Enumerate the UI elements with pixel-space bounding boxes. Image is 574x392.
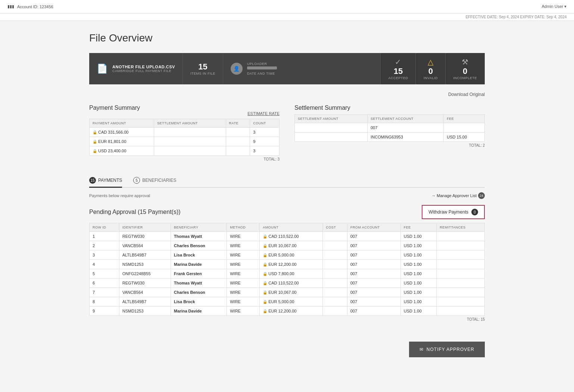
invalid-section: △ 0 INVALID [416,53,446,84]
ps-rate [226,146,250,156]
pr-amount: 🔒 CAD 110,522.00 [260,232,323,241]
incomplete-label: INCOMPLETE [453,76,477,80]
pr-beneficiary: Thomas Wyatt [171,232,227,241]
accepted-section: ✓ 15 ACCEPTED [381,53,416,84]
pr-method: WIRE [227,232,260,241]
pr-from: 007 [347,260,400,269]
settlement-summary-title: Settlement Summary [294,105,485,111]
pr-cost [323,307,347,316]
pr-remittances [437,269,485,279]
user-menu[interactable]: Admin User ▾ [542,4,567,9]
pr-beneficiary: Lisa Brock [171,297,227,307]
col-rate: RATE [226,119,250,128]
settlement-summary-table: SETTLEMENT AMOUNT SETTLEMENT ACCOUNT FEE… [294,114,485,142]
th-method: METHOD [227,223,260,232]
pr-fee: USD 1.00 [400,251,436,260]
pr-row: 7 [90,288,119,297]
invalid-label: INVALID [424,76,438,80]
date-label: DATE AND TIME [247,72,277,75]
withdraw-badge: 0 [471,209,478,215]
tab-payments[interactable]: 15 PAYMENTS [89,174,122,188]
ps-count: 3 [250,128,280,137]
pr-method: WIRE [227,260,260,269]
ps-rate [226,137,250,146]
page-title: File Overview [89,32,485,44]
items-label: ITEMS IN FILE [190,72,215,75]
table-row: 6 REGTW030 Thomas Wyatt WIRE 🔒 CAD 110,5… [90,279,485,288]
pr-remittances [437,251,485,260]
pr-id: ALTLB549B7 [119,297,171,307]
pr-amount: 🔒 EUR 12,200.00 [260,260,323,269]
items-count-section: 15 ITEMS IN FILE [183,53,223,84]
tab-beneficiaries[interactable]: 5 BENEFICIARIES [133,174,176,188]
ps-settlement [154,137,226,146]
payment-summary-table: PAYMENT AMOUNT SETTLEMENT AMOUNT RATE CO… [89,119,280,156]
manage-approver-link[interactable]: → Manage Approver List 24 [431,192,485,199]
pr-beneficiary: Charles Benson [171,288,227,297]
table-row: 5 ONFG2248B55 Frank Gersten WIRE 🔒 USD 7… [90,269,485,279]
pr-method: WIRE [227,241,260,251]
table-row: 3 ALTLB549B7 Lisa Brock WIRE 🔒 EUR 5,000… [90,251,485,260]
pr-beneficiary: Lisa Brock [171,251,227,260]
pr-fee: USD 1.00 [400,260,436,269]
account-info: Account ID: 123456 [17,4,53,9]
withdraw-payments-button[interactable]: Withdraw Payments 0 [422,205,485,219]
ps-count: 3 [250,146,280,156]
pr-cost [323,297,347,307]
download-bar: Download Original [89,92,485,97]
email-icon: ✉ [419,347,424,352]
pr-from: 007 [347,241,400,251]
approval-header: Payments below require approval → Manage… [89,192,485,199]
th-cost: COST [323,223,347,232]
download-original-link[interactable]: Download Original [448,92,485,97]
pending-title: Pending Approval (15 Payment(s)) [89,209,181,215]
incomplete-count: 0 [463,66,467,76]
pr-beneficiary: Frank Gersten [171,269,227,279]
payments-table: ROW ID IDENTIFIER BENEFICIARY METHOD AMO… [89,223,485,316]
pr-fee: USD 1.00 [400,307,436,316]
payment-summary-title: Payment Summary [89,105,140,111]
manage-approver-badge: 24 [478,192,485,199]
table-row: 1 REGTW030 Thomas Wyatt WIRE 🔒 CAD 110,5… [90,232,485,241]
pr-beneficiary: Thomas Wyatt [171,279,227,288]
user-avatar: 👤 [231,63,243,75]
uploader-label: UPLOADER [247,62,277,66]
check-icon: ✓ [395,57,401,66]
payment-summary-total: TOTAL: 3 [89,156,280,163]
th-amount: AMOUNT [260,223,323,232]
col-fee: FEE [444,115,485,123]
pr-id: NSMD1253 [119,260,171,269]
wrench-icon: ⚒ [462,57,468,66]
items-count: 15 [198,62,207,72]
pr-beneficiary: Marina Davide [171,260,227,269]
notify-approver-button[interactable]: ✉ NOTIFY APPROVER [409,342,485,357]
pr-cost [323,241,347,251]
ss-account: INCOMING63953 [367,133,443,142]
pr-cost [323,269,347,279]
table-row: 7 VANCB564 Charles Benson WIRE 🔒 EUR 10,… [90,288,485,297]
pr-amount: 🔒 USD 7,800.00 [260,269,323,279]
payment-summary-row: 🔒 EUR 81,801.00 9 [90,137,280,146]
payments-table-wrapper: ROW ID IDENTIFIER BENEFICIARY METHOD AMO… [89,223,485,316]
estimate-rate-link[interactable]: ESTIMATE RATE [247,111,280,116]
accepted-label: ACCEPTED [388,76,408,80]
col-settlement-acc: SETTLEMENT ACCOUNT [367,115,443,123]
pr-remittances [437,279,485,288]
file-sub: CAMBRIDGE FULL PAYMENT FILE [112,69,175,73]
invalid-count: 0 [428,66,433,76]
pr-from: 007 [347,269,400,279]
file-banner: 📄 ANOTHER FILE UPLOAD.CSV CAMBRIDGE FULL… [89,53,485,84]
pr-row: 5 [90,269,119,279]
ps-payment: 🔒 CAD 331,566.00 [90,128,154,137]
th-from-account: FROM ACCOUNT [347,223,400,232]
settlement-summary-row: INCOMING63953 USD 15.00 [295,133,485,142]
pr-id: REGTW030 [119,232,171,241]
table-row: 2 VANCB564 Charles Benson WIRE 🔒 EUR 10,… [90,241,485,251]
pr-id: ALTLB549B7 [119,251,171,260]
file-name: ANOTHER FILE UPLOAD.CSV [112,65,175,69]
pr-method: WIRE [227,279,260,288]
ps-settlement [154,146,226,156]
summary-row: Payment Summary ESTIMATE RATE PAYMENT AM… [89,105,485,163]
pr-method: WIRE [227,307,260,316]
payments-total: TOTAL: 15 [89,316,485,323]
